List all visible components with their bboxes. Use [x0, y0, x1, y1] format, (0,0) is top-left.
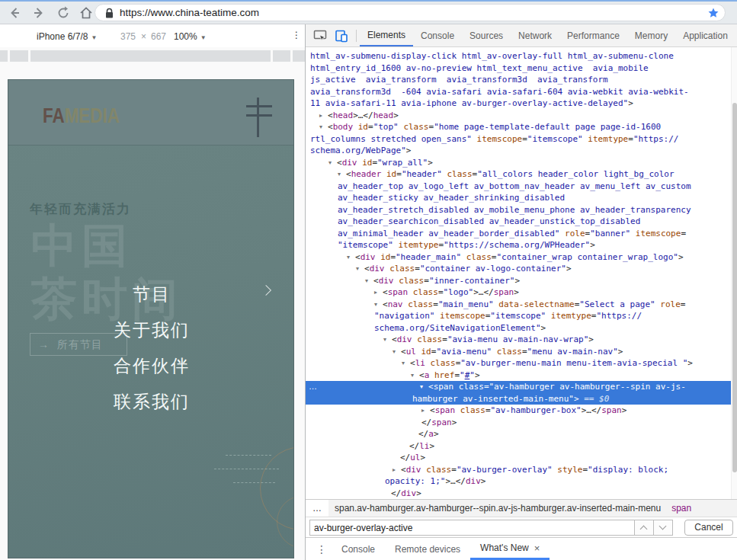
- screen: https://www.china-teatime.com iPhone 6/7…: [0, 0, 737, 560]
- breadcrumb-item[interactable]: …: [306, 500, 328, 517]
- forward-icon[interactable]: [30, 5, 47, 21]
- elements-tree-line[interactable]: ▸<div class="av-burger-overlay" style="d…: [306, 464, 731, 476]
- elements-tree-line[interactable]: ▾<div class="avia-menu av-main-nav-wrap"…: [306, 334, 731, 346]
- elements-tree-line[interactable]: opacity: 1;">…</div>: [306, 475, 731, 488]
- elements-tree-line[interactable]: av_header_sticky av_header_shrinking_dis…: [306, 192, 731, 204]
- drawer-tab-console[interactable]: Console: [332, 538, 385, 560]
- overflow-dots: …: [309, 381, 317, 393]
- elements-tree-line[interactable]: </div>: [306, 488, 731, 500]
- elements-tree-line[interactable]: ▾<header id="header" class="all_colors h…: [306, 168, 731, 181]
- nav-menu-item[interactable]: 联系我们: [8, 390, 294, 414]
- elements-tree-line[interactable]: </ul>: [306, 452, 731, 464]
- device-viewport: FAMEDIA 年轻而充满活力 中国 茶时间 → 所有节目 节目关于我们合作伙伴…: [8, 79, 294, 558]
- tab-console[interactable]: Console: [413, 25, 462, 46]
- tab-memory[interactable]: Memory: [627, 25, 675, 46]
- elements-tree-line[interactable]: ▾<nav class="main_menu" data-selectname=…: [306, 299, 731, 311]
- hero-title-line1: 中国: [31, 216, 132, 277]
- elements-tree-line[interactable]: html_entry_id_1600 av-no-preview html_te…: [306, 62, 731, 75]
- chevron-down-icon: ▼: [200, 34, 207, 41]
- scrollbar-track[interactable]: [731, 47, 737, 499]
- elements-tree-line[interactable]: ▾<div id="wrap_all">: [306, 157, 731, 169]
- tab-network[interactable]: Network: [511, 25, 559, 46]
- elements-tree-line[interactable]: ▾<div class="inner-container">: [306, 275, 731, 287]
- lock-icon: [104, 8, 114, 22]
- elements-tree-line[interactable]: av_minimal_header av_header_border_disab…: [306, 228, 731, 240]
- elements-tree-line[interactable]: avia_transform3d -604 avia-safari avia-s…: [306, 86, 731, 98]
- breadcrumb: …span.av-hamburger.av-hamburger--spin.av…: [306, 499, 737, 517]
- elements-tree-line[interactable]: av_header_searchicon_disabled av_header_…: [306, 216, 731, 228]
- breadcrumb-item[interactable]: span: [667, 503, 696, 514]
- elements-tree-line[interactable]: </li>: [306, 440, 731, 453]
- search-previous-button[interactable]: [635, 520, 654, 536]
- device-emulation-pane: iPhone 6/7/8▼ 375 × 667 100%▼ ⋮ FAMEDIA: [0, 24, 305, 560]
- elements-tree-line[interactable]: schema.org/SiteNavigationElement">: [306, 322, 731, 334]
- elements-tree-line[interactable]: ▾<div class="container av-logo-container…: [306, 263, 731, 275]
- elements-tree-line[interactable]: html_av-submenu-display-click html_av-ov…: [306, 50, 731, 62]
- elements-tree-line[interactable]: ▾<div id="header_main" class="container_…: [306, 251, 731, 264]
- scrollbar-thumb[interactable]: [732, 103, 737, 472]
- viewport-height[interactable]: 667: [151, 31, 166, 42]
- elements-tree-line[interactable]: </span>: [306, 417, 731, 429]
- elements-tree-line[interactable]: ▸<span class="logo">…</span>: [306, 286, 731, 299]
- elements-tree-line[interactable]: ▾<a href="#">: [306, 370, 731, 382]
- viewport-width[interactable]: 375: [120, 31, 136, 42]
- elements-tree-line[interactable]: </a>: [306, 428, 731, 440]
- elements-tree-line[interactable]: …▾<span class="av-hamburger av-hamburger…: [306, 381, 731, 393]
- chevron-up-icon: [640, 526, 648, 533]
- zoom-select[interactable]: 100%▼: [174, 31, 207, 42]
- decor-dash: [214, 469, 279, 469]
- devtools-tabbar: ElementsConsoleSourcesNetworkPerformance…: [306, 24, 737, 47]
- drawer-tab-what-s-new[interactable]: What's New×: [470, 538, 550, 560]
- inspect-element-icon[interactable]: [313, 29, 327, 43]
- devtools-tabs: ElementsConsoleSourcesNetworkPerformance…: [360, 25, 735, 46]
- toggle-device-toolbar-icon[interactable]: [335, 29, 348, 43]
- drawer-tab-remote-devices[interactable]: Remote devices: [385, 538, 470, 560]
- hamburger-menu-icon[interactable]: [8, 80, 294, 146]
- tab-application[interactable]: Application: [675, 25, 735, 46]
- search-input[interactable]: [309, 520, 635, 536]
- elements-tree-line[interactable]: "itemscope" itemtype="https://schema.org…: [306, 239, 731, 251]
- elements-tree-line[interactable]: ▸<span class="av-hamburger-box">…</span>: [306, 405, 731, 417]
- tab-elements[interactable]: Elements: [360, 25, 413, 46]
- close-icon[interactable]: ×: [534, 538, 540, 558]
- elements-tree-line[interactable]: ▾<ul id="avia-menu" class="menu av-main-…: [306, 346, 731, 358]
- devtools-panel: ElementsConsoleSourcesNetworkPerformance…: [305, 24, 737, 560]
- media-query-bar[interactable]: [0, 50, 305, 62]
- dimensions-times: ×: [141, 31, 146, 42]
- chevron-down-icon: [659, 523, 667, 530]
- elements-tree-line[interactable]: ▾<body id="top" class="home page-templat…: [306, 121, 731, 133]
- back-icon[interactable]: [6, 5, 23, 21]
- tab-performance[interactable]: Performance: [559, 25, 627, 46]
- device-toolbar-menu-icon[interactable]: ⋮: [292, 30, 301, 40]
- nav-menu-item[interactable]: 关于我们: [8, 318, 294, 342]
- reload-icon[interactable]: [55, 5, 72, 21]
- elements-tree-line[interactable]: av_header_stretch_disabled av_mobile_men…: [306, 204, 731, 216]
- device-toolbar: iPhone 6/7/8▼ 375 × 667 100%▼ ⋮: [0, 24, 305, 47]
- device-select[interactable]: iPhone 6/7/8▼: [37, 31, 97, 42]
- url-text: https://www.china-teatime.com: [120, 7, 259, 18]
- url-bar[interactable]: https://www.china-teatime.com: [95, 4, 726, 21]
- cancel-button[interactable]: Cancel: [684, 520, 733, 536]
- devtools-drawer: ⋮ ConsoleRemote devicesWhat's New×: [306, 537, 737, 560]
- elements-tree-line[interactable]: av_header_top av_logo_left av_bottom_nav…: [306, 181, 731, 193]
- chevron-down-icon: ▼: [91, 34, 97, 41]
- elements-tree-line[interactable]: hamburger av-inserted-main-menu"> == $0: [306, 393, 731, 405]
- drawer-menu-icon[interactable]: ⋮: [316, 538, 332, 560]
- site-header: FAMEDIA: [8, 80, 294, 146]
- elements-tree-line[interactable]: ▸<head>…</head>: [306, 110, 731, 122]
- elements-tree-line[interactable]: 11 avia-safari-11 avia-iphone av-burger-…: [306, 98, 731, 110]
- elements-tree-line[interactable]: js_active avia_transform avia_transform3…: [306, 74, 731, 86]
- home-icon[interactable]: [78, 5, 95, 21]
- elements-tree-line[interactable]: "navigation" itemscope="itemscope" itemt…: [306, 310, 731, 322]
- search-next-button[interactable]: [654, 520, 673, 536]
- nav-menu-item[interactable]: 节目: [8, 283, 294, 306]
- elements-tree-line[interactable]: rtl_columns stretched open_sans" itemsco…: [306, 133, 731, 146]
- breadcrumb-item[interactable]: span.av-hamburger.av-hamburger--spin.av-…: [328, 503, 667, 514]
- elements-tree-line[interactable]: ▾<li class="av-burger-menu-main menu-ite…: [306, 357, 731, 370]
- tab-sources[interactable]: Sources: [462, 25, 511, 46]
- bookmark-star-icon[interactable]: [707, 7, 719, 22]
- search-bar: Cancel: [306, 517, 737, 537]
- elements-tree: html_av-submenu-display-click html_av-ov…: [306, 47, 731, 499]
- nav-menu-item[interactable]: 合作伙伴: [8, 354, 294, 378]
- elements-tree-line[interactable]: schema.org/WebPage">: [306, 145, 731, 157]
